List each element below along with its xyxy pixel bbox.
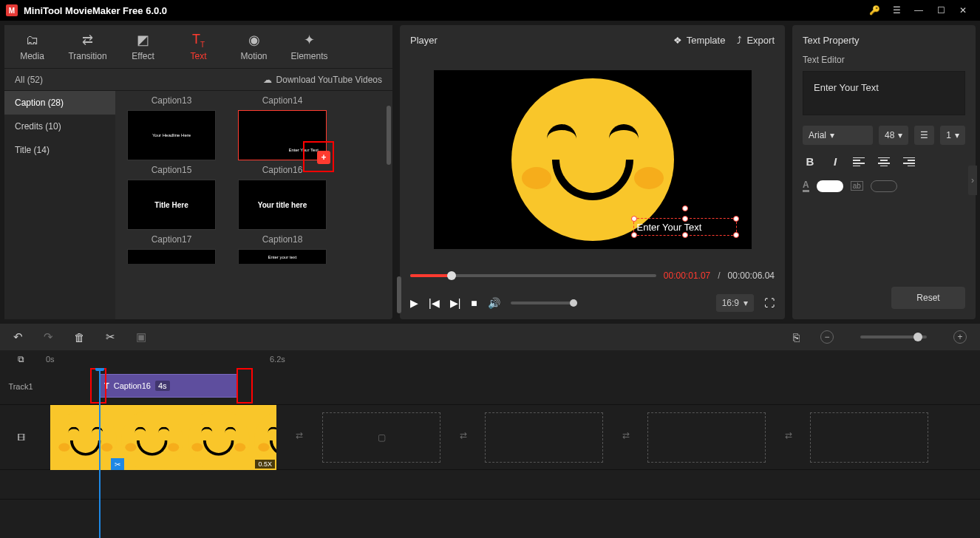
download-youtube[interactable]: ☁Download YouTube Videos <box>263 75 382 85</box>
video-track-icon: 🎞 <box>0 433 41 442</box>
template-thumb[interactable] <box>127 249 216 264</box>
fullscreen-button[interactable]: ⛶ <box>764 297 775 309</box>
tracks-area: Track1 T Caption16 4s 🎞 0.5X <box>0 368 980 538</box>
template-thumb[interactable]: Enter your text <box>238 249 327 264</box>
scrub-bar[interactable]: 00:00:01.07 / 00:00:06.04 <box>400 265 785 287</box>
preview-area[interactable]: Enter Your Text <box>400 55 785 265</box>
highlight-color-swatch[interactable] <box>871 180 897 192</box>
font-size-select[interactable]: 48▾ <box>879 126 908 145</box>
zoom-out-button[interactable]: − <box>820 330 834 344</box>
tab-elements[interactable]: ✦Elements <box>282 25 337 68</box>
fit-button[interactable]: ⎘ <box>793 331 800 344</box>
play-button[interactable]: ▶ <box>410 297 418 309</box>
text-color-swatch[interactable] <box>817 180 843 192</box>
crop-button[interactable]: ▣ <box>136 330 146 344</box>
maximize-button[interactable]: ☐ <box>930 0 952 21</box>
bold-button[interactable]: B <box>803 155 817 168</box>
template-caption18-thumb[interactable]: Your title here <box>238 180 327 230</box>
tab-media-label: Media <box>20 51 44 61</box>
tab-elements-label: Elements <box>290 51 327 61</box>
tab-transition-label: Transition <box>68 51 106 61</box>
delete-button[interactable]: 🗑 <box>74 331 85 344</box>
split-button[interactable]: ✂ <box>106 330 115 344</box>
volume-icon[interactable]: 🔊 <box>488 297 500 309</box>
template-caption15-thumb[interactable]: Your Headline Here <box>127 110 216 160</box>
video-track: 🎞 0.5X ✂ ⇄ ▢ ⇄ ⇄ ⇄ <box>0 405 980 470</box>
time-current: 00:00:01.07 <box>664 270 710 281</box>
template-label: Caption14 <box>262 95 303 107</box>
menu-icon[interactable]: ☰ <box>885 0 908 21</box>
zoom-slider[interactable] <box>860 336 927 338</box>
transition-slot[interactable]: ⇄ <box>460 430 467 440</box>
reset-button[interactable]: Reset <box>891 287 965 309</box>
cloud-download-icon: ☁ <box>263 75 272 85</box>
align-left-button[interactable] <box>853 157 868 166</box>
export-button[interactable]: ⤴Export <box>737 35 775 46</box>
prev-frame-button[interactable]: |◀ <box>429 297 440 309</box>
aspect-ratio-select[interactable]: 16:9▾ <box>716 294 754 312</box>
next-frame-button[interactable]: ▶| <box>450 297 461 309</box>
drop-zone[interactable] <box>485 412 603 463</box>
chevron-down-icon: ▾ <box>743 298 748 308</box>
close-button[interactable]: ✕ <box>952 0 974 21</box>
text-overlay[interactable]: Enter Your Text <box>633 218 737 236</box>
template-caption17-thumb[interactable]: Title Here <box>127 180 216 230</box>
template-label: Caption13 <box>152 95 192 107</box>
letter-spacing-select[interactable]: 1▾ <box>940 126 965 145</box>
category-caption[interactable]: Caption (28) <box>4 91 115 115</box>
smiley-image <box>511 78 674 241</box>
category-title[interactable]: Title (14) <box>4 138 115 162</box>
tab-text-label: Text <box>190 51 206 61</box>
text-input[interactable]: Enter Your Text <box>803 71 965 115</box>
category-list: Caption (28) Credits (10) Title (14) <box>4 91 115 319</box>
volume-slider[interactable] <box>511 302 577 304</box>
template-grid: Caption13 Caption14 Your Headline Here C… <box>115 91 392 319</box>
playhead[interactable] <box>99 368 101 538</box>
font-select[interactable]: Arial▾ <box>803 126 873 145</box>
caption-clip[interactable]: T Caption16 4s <box>99 374 238 398</box>
collapse-panel-button[interactable]: › <box>968 166 977 195</box>
player-panel: Player ❖Template ⤴Export Enter Your Text <box>400 25 785 319</box>
tab-transition[interactable]: ⇄Transition <box>60 25 115 68</box>
text-property-panel: Text Property Text Editor Enter Your Tex… <box>792 25 976 319</box>
scrollbar[interactable] <box>387 91 391 319</box>
transition-slot[interactable]: ⇄ <box>622 430 630 440</box>
add-track-button[interactable]: ⧉ <box>0 354 41 364</box>
drop-zone[interactable] <box>810 412 928 463</box>
redo-button[interactable]: ↷ <box>44 330 53 344</box>
app-logo: M <box>6 4 18 16</box>
minimize-button[interactable]: — <box>908 0 930 21</box>
layers-icon: ❖ <box>673 35 682 46</box>
transition-slot[interactable]: ⇄ <box>785 430 792 440</box>
add-template-button[interactable]: + <box>317 151 330 164</box>
italic-button[interactable]: I <box>828 155 843 168</box>
template-button[interactable]: ❖Template <box>673 35 726 46</box>
tab-effect[interactable]: ◩Effect <box>115 25 171 68</box>
key-icon[interactable]: 🔑 <box>863 0 885 21</box>
text-color-icon[interactable]: A <box>803 180 809 192</box>
caption-track: Track1 T Caption16 4s <box>0 368 980 405</box>
timeline-ruler[interactable]: ⧉ 0s 6.2s <box>0 350 980 368</box>
tab-effect-label: Effect <box>132 51 154 61</box>
stop-button[interactable]: ■ <box>471 297 477 309</box>
ruler-tick: 6.2s <box>270 355 285 364</box>
video-clip[interactable]: 0.5X ✂ <box>50 405 276 470</box>
category-all[interactable]: All (52) <box>15 75 43 85</box>
scrollbar[interactable] <box>397 69 401 312</box>
zoom-in-button[interactable]: + <box>953 330 967 344</box>
drop-zone[interactable]: ▢ <box>322 412 440 463</box>
undo-button[interactable]: ↶ <box>13 330 23 344</box>
cut-marker-icon[interactable]: ✂ <box>111 458 124 470</box>
drop-zone[interactable] <box>647 412 766 463</box>
highlight-color-icon[interactable]: ab <box>851 181 863 191</box>
tab-motion[interactable]: ◉Motion <box>226 25 282 68</box>
template-label: Caption18 <box>262 234 303 246</box>
tab-media[interactable]: 🗂Media <box>4 25 60 68</box>
template-caption16-thumb[interactable]: Enter Your Text + <box>238 110 327 160</box>
align-right-button[interactable] <box>903 157 918 166</box>
transition-slot[interactable]: ⇄ <box>296 430 303 440</box>
tab-text[interactable]: TTText <box>171 25 226 68</box>
category-credits[interactable]: Credits (10) <box>4 115 115 138</box>
line-spacing-button[interactable]: ☰ <box>914 126 934 145</box>
align-center-button[interactable] <box>878 157 893 166</box>
